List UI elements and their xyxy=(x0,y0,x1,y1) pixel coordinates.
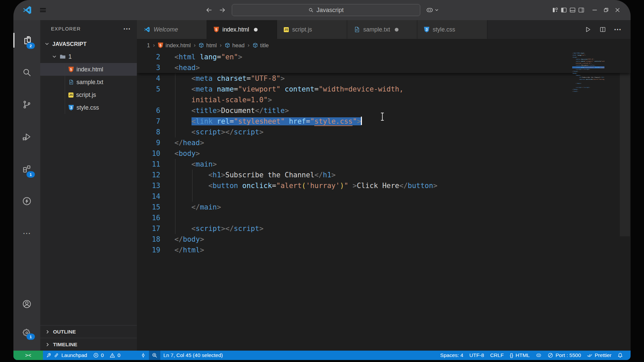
code-line: 14 xyxy=(137,191,631,202)
folder-item[interactable]: 1 xyxy=(40,50,137,63)
js-file-icon: JS xyxy=(284,27,289,32)
activity-bar-top: 21⋯ xyxy=(13,24,40,249)
minimap[interactable]: <!DOCTYPE html><html lang="en"><head> <m… xyxy=(572,52,604,100)
explorer-title: EXPLORER xyxy=(51,26,81,32)
indent-guide xyxy=(175,105,175,116)
status-errors[interactable]: 0 xyxy=(90,351,107,360)
sidebar-section-outline[interactable]: OUTLINE xyxy=(40,325,137,338)
activity-item-extensions[interactable]: 1 xyxy=(13,153,40,185)
vscode-window: Javascript 21⋯ 1 xyxy=(13,0,631,360)
minimize-button[interactable] xyxy=(591,6,598,14)
status-prettier[interactable]: Prettier xyxy=(584,351,614,360)
status-indentation[interactable]: Spaces: 4 xyxy=(437,351,466,360)
activity-item-run-debug[interactable] xyxy=(13,121,40,153)
status-screencast[interactable] xyxy=(138,351,149,360)
breadcrumb-item-html[interactable]: html xyxy=(199,42,217,49)
line-number: 5 xyxy=(137,84,160,95)
line-number: 2 xyxy=(137,52,160,62)
editor-group: Welcome5index.htmlJSscript.jssample.txt3… xyxy=(137,20,631,351)
file-item-script.js[interactable]: JSscript.js xyxy=(40,88,137,101)
toggle-secondary-sidebar-icon[interactable] xyxy=(578,6,585,14)
activity-item-source-control[interactable] xyxy=(13,88,40,121)
code-line: 12 <h1>Subscribe the Channel</h1> xyxy=(137,170,631,180)
run-button[interactable] xyxy=(584,26,592,33)
remote-icon: >< xyxy=(25,352,31,358)
status-notifications[interactable] xyxy=(614,351,626,360)
explorer-more-actions-icon[interactable]: ⋯ xyxy=(123,24,131,33)
tab-script.js[interactable]: JSscript.js xyxy=(277,20,347,39)
breadcrumb-separator: › xyxy=(248,42,249,48)
more-actions-icon[interactable]: ⋯ xyxy=(614,25,621,34)
status-warnings[interactable]: 0 xyxy=(107,351,123,360)
breadcrumb-item-head[interactable]: head xyxy=(225,42,245,49)
status-copilot[interactable] xyxy=(533,351,545,360)
activity-item-more[interactable]: ⋯ xyxy=(13,217,40,249)
chevron-right-icon xyxy=(45,329,50,335)
status-language[interactable]: {}HTML xyxy=(507,351,533,360)
target-icon xyxy=(141,353,146,358)
breadcrumb-label: 1 xyxy=(147,42,150,49)
activity-item-account[interactable] xyxy=(13,290,40,318)
code-editor[interactable]: 2<html lang="en">3<head> 4 <meta charset… xyxy=(137,52,631,351)
code-line: 18</body> xyxy=(137,234,631,245)
title-bar: Javascript xyxy=(13,0,631,20)
modified-dot xyxy=(254,28,258,32)
tab-sample.txt[interactable]: sample.txt xyxy=(347,20,417,39)
code-line: 11 <main> xyxy=(137,159,631,170)
activity-bar-bottom: 1 xyxy=(13,290,40,351)
code-line: 16 xyxy=(137,213,631,223)
status-live-server-port[interactable]: Port : 5500 xyxy=(545,351,584,360)
file-item-index.html[interactable]: 5index.html xyxy=(40,63,137,76)
status-eol[interactable]: CRLF xyxy=(487,351,506,360)
file-list: 5index.htmlsample.txtJSscript.js3style.c… xyxy=(40,63,137,114)
toggle-panel-icon[interactable] xyxy=(569,6,576,14)
text-caret xyxy=(361,117,362,125)
activity-item-settings[interactable]: 1 xyxy=(13,318,40,347)
activity-item-thunder-client[interactable] xyxy=(13,185,40,217)
txt-file-icon xyxy=(68,79,74,85)
breadcrumb-item-index.html[interactable]: 5index.html xyxy=(158,42,191,49)
activity-item-explorer[interactable]: 2 xyxy=(13,24,40,56)
selection: <link rel="stylesheet" href="style.css"> xyxy=(192,117,361,125)
editor-scrollbar[interactable] xyxy=(620,64,630,236)
status-cursor-position[interactable]: Ln 7, Col 45 (40 selected) xyxy=(160,351,226,360)
close-button[interactable] xyxy=(614,6,621,14)
sidebar-section-timeline[interactable]: TIMELINE xyxy=(40,338,137,351)
status-remote[interactable]: >< xyxy=(13,351,43,360)
status-encoding[interactable]: UTF-8 xyxy=(466,351,487,360)
menu-icon[interactable] xyxy=(39,6,47,14)
breadcrumb-label: title xyxy=(260,42,269,49)
workspace-root[interactable]: JAVASCRIPT xyxy=(40,38,137,50)
section-label: TIMELINE xyxy=(53,342,77,348)
file-item-sample.txt[interactable]: sample.txt xyxy=(40,76,137,88)
copilot-icon xyxy=(426,6,434,14)
customize-layout-icon[interactable] xyxy=(551,6,559,14)
line-number: 6 xyxy=(137,105,160,116)
line-number: 16 xyxy=(137,213,160,223)
status-zoom[interactable] xyxy=(149,351,160,360)
tab-Welcome[interactable]: Welcome xyxy=(137,20,207,39)
status-bar-right: Spaces: 4UTF-8CRLF{}HTMLPort : 5500Prett… xyxy=(437,351,631,360)
code-lines: 4 <meta charset="UTF-8">5 <meta name="vi… xyxy=(137,73,631,255)
nav-back-icon[interactable] xyxy=(205,6,213,14)
code-line: 15 </main> xyxy=(137,202,631,213)
toggle-primary-sidebar-icon[interactable] xyxy=(560,6,568,14)
file-item-style.css[interactable]: 3style.css xyxy=(40,101,137,114)
breadcrumb: 1›5index.html›html›head›title xyxy=(137,39,631,52)
breadcrumb-item-1[interactable]: 1 xyxy=(147,42,150,49)
activity-item-search[interactable] xyxy=(13,56,40,88)
indent-guide xyxy=(192,170,193,180)
status-launchpad[interactable]: Launchpad xyxy=(43,351,90,360)
css-file-icon: 3 xyxy=(68,105,74,111)
tab-style.css[interactable]: 3style.css xyxy=(417,20,487,39)
search-input[interactable]: Javascript xyxy=(232,4,420,16)
restore-button[interactable] xyxy=(602,6,610,14)
sticky-scroll: 2<html lang="en">3<head> xyxy=(137,52,631,73)
nav-forward-icon[interactable] xyxy=(218,6,226,14)
breadcrumb-item-title[interactable]: title xyxy=(253,42,269,49)
tab-index.html[interactable]: 5index.html xyxy=(207,20,277,39)
copilot-menu[interactable] xyxy=(426,6,439,14)
indent-guide xyxy=(175,170,175,180)
code-line: 9</head> xyxy=(137,137,631,148)
split-editor-icon[interactable] xyxy=(599,26,606,33)
